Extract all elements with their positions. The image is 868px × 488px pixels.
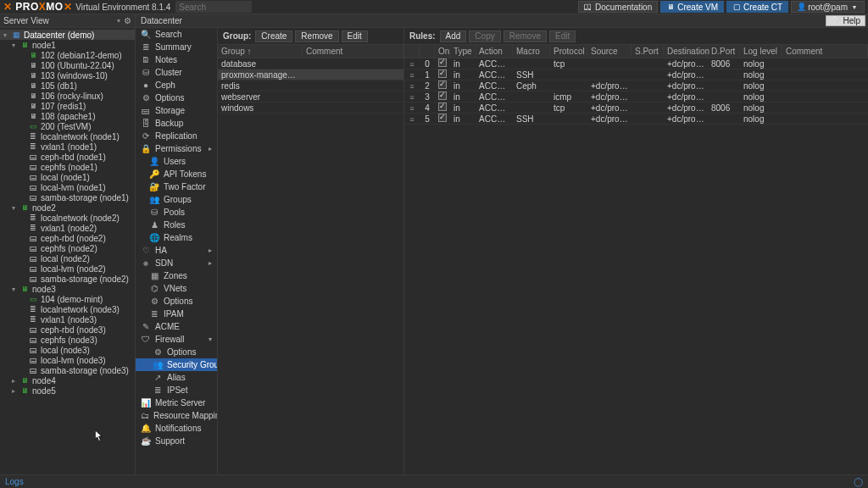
tree-ct[interactable]: ▭104 (demo-mint) — [0, 294, 135, 304]
menu-ipset[interactable]: ≣IPSet — [136, 384, 217, 396]
create-ct-button[interactable]: ▢ Create CT — [726, 1, 788, 13]
group-create-button[interactable]: Create — [255, 30, 292, 42]
expand-icon[interactable]: ▸ — [10, 387, 17, 395]
rule-row[interactable]: ≡5inACCEPTSSH+dc/proxm...+dc/proxm...nol… — [404, 114, 868, 125]
rule-enabled-checkbox[interactable] — [438, 92, 447, 100]
tree-st[interactable]: ≣vxlan1 (node2) — [0, 223, 135, 233]
expand-icon[interactable]: ▾ — [10, 286, 17, 293]
tree-st[interactable]: 🖴local (node1) — [0, 172, 135, 182]
col-dest[interactable]: Destination — [664, 45, 708, 58]
tree-st[interactable]: 🖴ceph-rbd (node2) — [0, 233, 135, 243]
tree-st[interactable]: 🖴local (node2) — [0, 253, 135, 263]
menu-zones[interactable]: ▦Zones — [136, 269, 217, 282]
menu-summary[interactable]: ≣Summary — [136, 41, 217, 53]
documentation-button[interactable]: 🕮 Documentation — [578, 1, 658, 13]
drag-handle-icon[interactable]: ≡ — [409, 104, 414, 113]
drag-handle-icon[interactable]: ≡ — [409, 71, 414, 80]
menu-two-factor[interactable]: 🔐Two Factor — [136, 180, 217, 193]
tree-vm[interactable]: 🖥105 (db1) — [0, 80, 135, 91]
group-row[interactable]: webserver — [218, 92, 403, 103]
status-circle-icon[interactable]: ◯ — [854, 477, 863, 486]
tree-node[interactable]: ▸🖥node4 — [0, 375, 135, 385]
rule-enabled-checkbox[interactable] — [438, 69, 447, 78]
tree-dc[interactable]: ▾▦Datacenter (demo) — [0, 30, 135, 40]
menu-ha[interactable]: ♡HA▸ — [136, 244, 217, 257]
menu-security-group[interactable]: 👥Security Group — [136, 358, 217, 371]
col-comment[interactable]: Comment — [303, 45, 403, 58]
menu-metric-server[interactable]: 📊Metric Server — [136, 396, 217, 409]
rule-remove-button[interactable]: Remove — [504, 30, 547, 42]
tree-st[interactable]: ≣localnetwork (node1) — [0, 131, 135, 141]
col-on[interactable]: On — [435, 45, 450, 58]
menu-ipam[interactable]: ≣IPAM — [136, 308, 217, 320]
drag-handle-icon[interactable]: ≡ — [409, 93, 414, 102]
menu-support[interactable]: ☕Support — [136, 435, 217, 447]
tree-node[interactable]: ▾🖥node3 — [0, 284, 135, 294]
create-vm-button[interactable]: 🖥 Create VM — [660, 1, 724, 13]
tree-st[interactable]: 🖴local-lvm (node2) — [0, 263, 135, 274]
menu-resource-mappings[interactable]: 🗂Resource Mappings — [136, 409, 217, 422]
group-remove-button[interactable]: Remove — [295, 30, 338, 42]
menu-options[interactable]: ⚙Options — [136, 295, 217, 308]
tree-st[interactable]: 🖴local-lvm (node1) — [0, 182, 135, 192]
tree-st[interactable]: 🖴local (node3) — [0, 345, 135, 355]
tree-vm[interactable]: 🖥100 (Ubuntu-22.04) — [0, 60, 135, 70]
menu-storage[interactable]: 🖴Storage — [136, 104, 217, 117]
expand-icon[interactable]: ▾ — [10, 204, 17, 212]
tree-st[interactable]: 🖴samba-storage (node1) — [0, 192, 135, 202]
col-log[interactable]: Log level — [740, 45, 782, 58]
col-type[interactable]: Type — [450, 45, 476, 58]
drag-handle-icon[interactable]: ≡ — [409, 60, 414, 69]
col-comment[interactable]: Comment — [782, 45, 868, 58]
user-menu-button[interactable]: 👤 root@pam ▼ — [791, 1, 865, 13]
tree-st[interactable]: ≣vxlan1 (node1) — [0, 141, 135, 152]
tree-st[interactable]: 🖴samba-storage (node2) — [0, 274, 135, 284]
menu-backup[interactable]: 🗄Backup — [136, 117, 217, 130]
menu-vnets[interactable]: ⌬VNets — [136, 282, 217, 295]
tree-st[interactable]: 🖴ceph-rbd (node3) — [0, 324, 135, 335]
menu-realms[interactable]: 🌐Realms — [136, 231, 217, 244]
help-button[interactable]: ❔ Help — [826, 15, 865, 26]
tree-node[interactable]: ▾🖥node1 — [0, 40, 135, 50]
rule-add-button[interactable]: Add — [440, 30, 467, 42]
rule-enabled-checkbox[interactable] — [438, 114, 447, 122]
menu-ceph[interactable]: ●Ceph — [136, 79, 217, 92]
menu-options[interactable]: ⚙Options — [136, 346, 217, 358]
tree-st[interactable]: 🖴cephfs (node1) — [0, 162, 135, 172]
tree-vm[interactable]: 🖥106 (rocky-linux) — [0, 91, 135, 101]
rule-row[interactable]: ≡2inACCEPTCeph+dc/proxm...+dc/proxm...no… — [404, 80, 868, 92]
tree-vm[interactable]: 🖥103 (windows-10) — [0, 70, 135, 80]
expand-icon[interactable]: ▸ — [10, 377, 17, 385]
global-search-input[interactable] — [175, 1, 252, 13]
tree-vm[interactable]: 🖥107 (redis1) — [0, 101, 135, 111]
rule-enabled-checkbox[interactable] — [438, 103, 447, 111]
rule-edit-button[interactable]: Edit — [549, 30, 576, 42]
tree-st[interactable]: ≣vxlan1 (node3) — [0, 314, 135, 324]
tree-st[interactable]: 🖴cephfs (node3) — [0, 335, 135, 345]
rule-row[interactable]: ≡4inACCEPTtcp+dc/proxm...+dc/proxm...800… — [404, 103, 868, 114]
tree-st[interactable]: 🖴cephfs (node2) — [0, 243, 135, 253]
tree-ct[interactable]: ▭200 (TestVM) — [0, 121, 135, 131]
col-dport[interactable]: D.Port — [708, 45, 740, 58]
menu-options[interactable]: ⚙Options — [136, 92, 217, 104]
col-macro[interactable]: Macro — [513, 45, 550, 58]
tree-vm[interactable]: 🖥108 (apache1) — [0, 111, 135, 121]
rule-row[interactable]: ≡0inACCEPTtcp+dc/proxm...8006nolog — [404, 58, 868, 69]
menu-roles[interactable]: ♟Roles — [136, 219, 217, 231]
menu-sdn[interactable]: ⎈SDN▸ — [136, 257, 217, 269]
expand-icon[interactable]: ▾ — [2, 31, 8, 39]
rule-enabled-checkbox[interactable] — [438, 58, 447, 67]
rule-copy-button[interactable]: Copy — [469, 30, 500, 42]
tree-st[interactable]: 🖴samba-storage (node3) — [0, 365, 135, 375]
group-row[interactable]: database — [218, 58, 403, 69]
menu-search[interactable]: 🔍Search — [136, 28, 217, 41]
menu-notifications[interactable]: 🔔Notifications — [136, 422, 217, 435]
menu-permissions[interactable]: 🔒Permissions▸ — [136, 142, 217, 155]
rule-enabled-checkbox[interactable] — [438, 80, 447, 89]
tree-node[interactable]: ▾🖥node2 — [0, 202, 135, 213]
gear-icon[interactable]: ⚙ — [124, 16, 131, 25]
tree-st[interactable]: 🖴ceph-rbd (node1) — [0, 152, 135, 162]
col-sport[interactable]: S.Port — [632, 45, 664, 58]
menu-alias[interactable]: ↗Alias — [136, 371, 217, 384]
col-source[interactable]: Source — [587, 45, 632, 58]
